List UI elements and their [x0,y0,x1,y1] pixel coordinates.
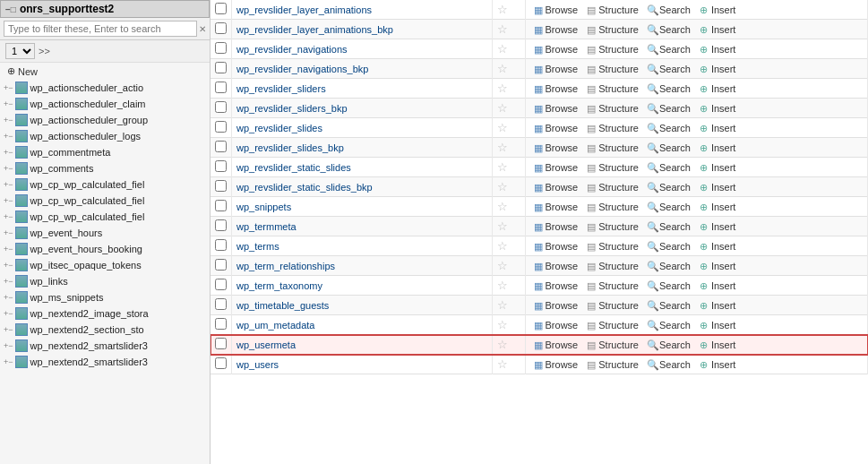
insert-button[interactable]: ⊕ Insert [696,43,739,56]
favorite-icon[interactable]: ☆ [497,141,508,154]
table-name[interactable]: wp_term_taxonomy [236,280,322,291]
structure-button[interactable]: ▤ Structure [583,201,641,213]
favorite-icon[interactable]: ☆ [497,219,508,233]
browse-button[interactable]: ▦ Browse [530,181,581,193]
table-name[interactable]: wp_revslider_slides_bkp [236,142,344,153]
structure-button[interactable]: ▤ Structure [583,279,641,292]
insert-button[interactable]: ⊕ Insert [696,181,739,193]
row-checkbox[interactable] [215,318,227,330]
browse-button[interactable]: ▦ Browse [530,260,581,272]
table-name[interactable]: wp_terms [236,241,279,252]
search-button[interactable]: 🔍 Search [644,319,693,331]
row-checkbox[interactable] [215,298,227,310]
browse-button[interactable]: ▦ Browse [530,23,581,36]
sidebar-item[interactable]: +− wp_commentmeta [0,144,210,160]
browse-button[interactable]: ▦ Browse [530,339,581,351]
favorite-icon[interactable]: ☆ [497,62,508,75]
row-checkbox[interactable] [215,259,227,271]
row-checkbox[interactable] [215,338,227,349]
new-label[interactable]: New [18,66,38,77]
search-button[interactable]: 🔍 Search [644,339,693,351]
search-button[interactable]: 🔍 Search [644,220,693,233]
sidebar-item[interactable]: +− wp_itsec_opaque_tokens [0,257,210,273]
sidebar-item[interactable]: +− wp_cp_wp_calculated_fiel [0,176,210,193]
sidebar-item[interactable]: +− wp_actionscheduler_claim [0,96,210,112]
sidebar-item[interactable]: +− wp_event_hours [0,225,210,241]
structure-button[interactable]: ▤ Structure [583,299,641,312]
row-checkbox[interactable] [215,3,227,14]
table-name[interactable]: wp_revslider_slides [236,123,322,133]
insert-button[interactable]: ⊕ Insert [696,122,739,134]
collapse-icon[interactable]: −□ [5,4,16,14]
browse-button[interactable]: ▦ Browse [530,122,581,134]
search-button[interactable]: 🔍 Search [644,240,693,253]
browse-button[interactable]: ▦ Browse [530,161,581,174]
favorite-icon[interactable]: ☆ [497,298,508,312]
browse-button[interactable]: ▦ Browse [530,358,581,371]
insert-button[interactable]: ⊕ Insert [696,63,739,75]
table-name[interactable]: wp_termmeta [236,221,296,232]
favorite-icon[interactable]: ☆ [497,259,508,272]
table-name[interactable]: wp_revslider_static_slides_bkp [236,182,373,193]
favorite-icon[interactable]: ☆ [497,279,508,292]
structure-button[interactable]: ▤ Structure [583,181,641,193]
filter-input[interactable] [4,21,197,37]
insert-button[interactable]: ⊕ Insert [696,358,739,371]
row-checkbox[interactable] [215,62,227,73]
structure-button[interactable]: ▤ Structure [583,358,641,371]
row-checkbox[interactable] [215,239,227,251]
search-button[interactable]: 🔍 Search [644,122,693,134]
insert-button[interactable]: ⊕ Insert [696,201,739,213]
row-checkbox[interactable] [215,22,227,34]
row-checkbox[interactable] [215,279,227,290]
browse-button[interactable]: ▦ Browse [530,142,581,154]
table-name[interactable]: wp_timetable_guests [236,300,329,311]
search-button[interactable]: 🔍 Search [644,201,693,213]
sidebar-item[interactable]: +− wp_comments [0,160,210,176]
browse-button[interactable]: ▦ Browse [530,240,581,253]
browse-button[interactable]: ▦ Browse [530,201,581,213]
sidebar-item[interactable]: +− wp_nextend2_smartslider3 [0,354,210,370]
favorite-icon[interactable]: ☆ [497,42,508,56]
structure-button[interactable]: ▤ Structure [583,43,641,56]
favorite-icon[interactable]: ☆ [497,22,508,36]
structure-button[interactable]: ▤ Structure [583,23,641,36]
favorite-icon[interactable]: ☆ [497,200,508,213]
table-name[interactable]: wp_users [236,359,279,370]
sidebar-item[interactable]: +− wp_actionscheduler_actio [0,80,210,96]
search-button[interactable]: 🔍 Search [644,82,693,95]
sidebar-item[interactable]: +− wp_links [0,273,210,289]
favorite-icon[interactable]: ☆ [497,338,508,351]
insert-button[interactable]: ⊕ Insert [696,319,739,331]
insert-button[interactable]: ⊕ Insert [696,220,739,233]
filter-clear-button[interactable]: ✕ [199,24,206,34]
row-checkbox[interactable] [215,200,227,211]
row-checkbox[interactable] [215,160,227,172]
favorite-icon[interactable]: ☆ [497,101,508,115]
search-button[interactable]: 🔍 Search [644,23,693,36]
table-name[interactable]: wp_term_relationships [236,261,335,271]
favorite-icon[interactable]: ☆ [497,318,508,331]
structure-button[interactable]: ▤ Structure [583,161,641,174]
structure-button[interactable]: ▤ Structure [583,319,641,331]
insert-button[interactable]: ⊕ Insert [696,23,739,36]
sidebar-item[interactable]: +− wp_nextend2_section_sto [0,322,210,338]
browse-button[interactable]: ▦ Browse [530,82,581,95]
insert-button[interactable]: ⊕ Insert [696,260,739,272]
search-button[interactable]: 🔍 Search [644,43,693,56]
favorite-icon[interactable]: ☆ [497,3,508,16]
favorite-icon[interactable]: ☆ [497,121,508,134]
favorite-icon[interactable]: ☆ [497,239,508,253]
table-name[interactable]: wp_revslider_static_slides [236,162,351,173]
search-button[interactable]: 🔍 Search [644,102,693,115]
search-button[interactable]: 🔍 Search [644,279,693,292]
table-name[interactable]: wp_um_metadata [236,320,314,331]
browse-button[interactable]: ▦ Browse [530,102,581,115]
browse-button[interactable]: ▦ Browse [530,299,581,312]
table-name[interactable]: wp_usermeta [236,339,296,350]
sidebar-item[interactable]: +− wp_ms_snippets [0,289,210,305]
row-checkbox[interactable] [215,101,227,113]
search-button[interactable]: 🔍 Search [644,358,693,371]
favorite-icon[interactable]: ☆ [497,160,508,174]
row-checkbox[interactable] [215,180,227,192]
